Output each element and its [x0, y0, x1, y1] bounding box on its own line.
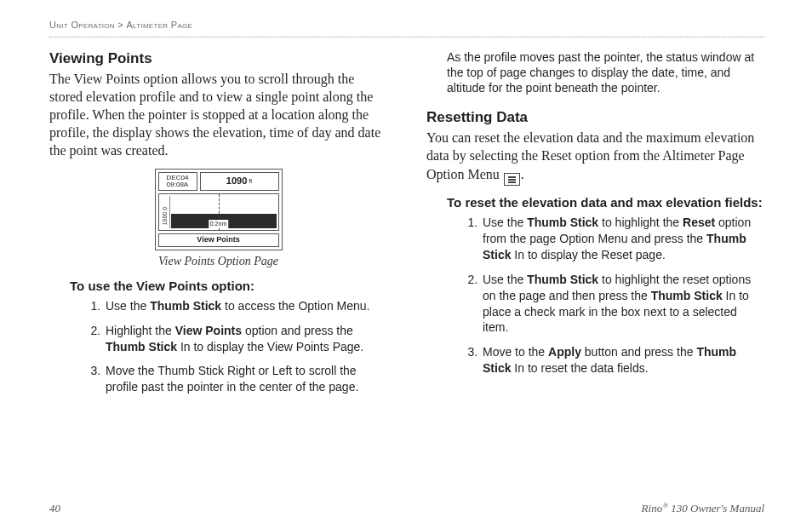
device-time: 09:08A	[167, 181, 188, 188]
device-xlabel: 0.2nm	[209, 220, 228, 227]
step-text: In to display the View Points Page.	[177, 340, 363, 354]
subhead-use-view-points: To use the View Points option:	[70, 278, 387, 295]
figure-view-points: DEC04 09:08A 1090 ft 1000.0 0.2nm	[49, 169, 387, 269]
resetting-data-intro: You can reset the elevation data and the…	[426, 129, 764, 186]
breadcrumb: Unit Operation > Altimeter Page	[49, 19, 764, 37]
step-bold: Thumb Stick	[651, 289, 723, 302]
step-bold: Thumb Stick	[106, 340, 177, 354]
step-text: option and press the	[242, 324, 353, 337]
step-text: Move the Thumb Stick Right or Left to sc…	[106, 364, 358, 394]
page-footer: 40 Rino® 130 Owner's Manual	[49, 500, 764, 515]
breadcrumb-a: Unit Operation	[49, 20, 115, 30]
step-text: Use the	[483, 216, 527, 229]
device-chart: 1000.0 0.2nm	[158, 193, 279, 231]
list-item: Highlight the View Points option and pre…	[104, 323, 387, 355]
profile-pointer-note: As the profile moves past the pointer, t…	[447, 49, 764, 96]
list-item: Move to the Apply button and press the T…	[481, 344, 764, 377]
step-bold: View Points	[175, 324, 242, 337]
list-item: Use the Thumb Stick to highlight the Res…	[481, 215, 764, 263]
step-text: In to reset the data fields.	[511, 361, 648, 375]
step-text: to access the Option Menu.	[221, 299, 369, 313]
step-text: Highlight the	[106, 324, 175, 337]
reset-intro-b: .	[521, 167, 524, 181]
steps-view-points: Use the Thumb Stick to access the Option…	[70, 298, 387, 395]
device-ylabel: 1000.0	[161, 206, 169, 224]
step-bold: Thumb Stick	[527, 216, 598, 229]
option-menu-icon	[504, 173, 520, 186]
device-elev-unit: ft	[249, 177, 252, 185]
reset-intro-a: You can reset the elevation data and the…	[426, 130, 754, 181]
step-text: button and press the	[581, 345, 696, 359]
book-title-a: Rino	[642, 502, 663, 515]
device-screenshot: DEC04 09:08A 1090 ft 1000.0 0.2nm	[155, 169, 283, 250]
book-title-b: 130 Owner's Manual	[668, 502, 764, 515]
heading-resetting-data: Resetting Data	[426, 108, 764, 127]
device-elev: 1090	[226, 175, 247, 187]
step-text: Use the	[483, 273, 527, 286]
list-item: Move the Thumb Stick Right or Left to sc…	[104, 363, 387, 395]
steps-reset: Use the Thumb Stick to highlight the Res…	[447, 215, 764, 377]
heading-viewing-points: Viewing Points	[49, 49, 387, 68]
step-text: Move to the	[483, 345, 548, 359]
viewing-points-intro: The View Points option allows you to scr…	[49, 70, 387, 160]
step-bold: Thumb Stick	[150, 299, 221, 313]
page-number: 40	[49, 501, 60, 515]
breadcrumb-b: Altimeter Page	[126, 20, 192, 30]
list-item: Use the Thumb Stick to highlight the res…	[481, 272, 764, 336]
step-text: In to display the Reset page.	[511, 248, 665, 262]
device-date-cell: DEC04 09:08A	[158, 172, 197, 191]
device-elev-cell: 1090 ft	[200, 172, 279, 191]
step-bold: Thumb Stick	[527, 273, 598, 286]
list-item: Use the Thumb Stick to access the Option…	[104, 298, 387, 314]
subhead-reset-fields: To reset the elevation data and max elev…	[447, 194, 764, 211]
step-text: to highlight the	[598, 216, 683, 229]
breadcrumb-sep: >	[115, 20, 126, 30]
right-column: As the profile moves past the pointer, t…	[426, 49, 764, 405]
device-tab-label: View Points	[158, 233, 279, 247]
book-title: Rino® 130 Owner's Manual	[642, 500, 764, 515]
left-column: Viewing Points The View Points option al…	[49, 49, 387, 405]
figure-caption: View Points Option Page	[158, 254, 278, 269]
step-bold: Reset	[683, 216, 715, 229]
step-bold: Apply	[548, 345, 581, 359]
step-text: Use the	[106, 299, 150, 313]
